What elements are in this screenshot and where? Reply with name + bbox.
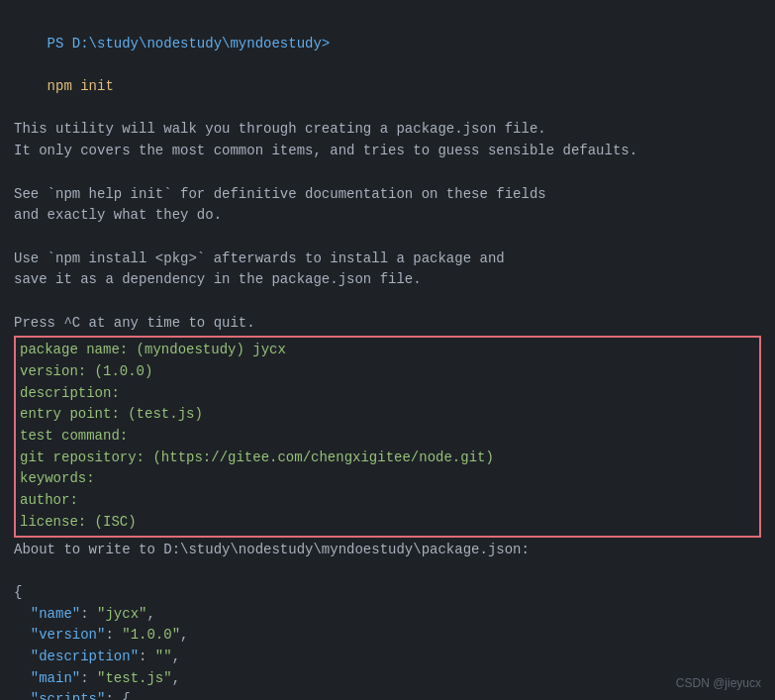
terminal-window: PS D:\study\nodestudy\myndoestudy> npm i… — [0, 0, 775, 700]
input-field-0: package name: (myndoestudy) jycx — [20, 340, 755, 361]
json-line-0: { — [14, 582, 761, 604]
watermark-text: CSDN @jieyucx — [676, 676, 761, 690]
input-fields-box: package name: (myndoestudy) jycx version… — [14, 336, 761, 537]
about-line: About to write to D:\study\nodestudy\myn… — [14, 540, 761, 561]
json-line-3: "description": "", — [14, 647, 761, 668]
blank-line-3 — [14, 291, 761, 313]
see-line: See `npm help init` for definitive docum… — [14, 184, 761, 206]
blank-line-2 — [14, 227, 761, 249]
blank-line-1 — [14, 162, 761, 184]
json-line-2: "version": "1.0.0", — [14, 625, 761, 647]
input-field-8: license: (ISC) — [20, 512, 755, 534]
prompt-line: PS D:\study\nodestudy\myndoestudy> npm i… — [14, 12, 761, 119]
save-line: save it as a dependency in the package.j… — [14, 269, 761, 291]
input-field-1: version: (1.0.0) — [20, 361, 755, 383]
prompt-text: PS D:\study\nodestudy\myndoestudy> — [48, 36, 331, 51]
input-field-4: test command: — [20, 426, 755, 448]
input-field-5: git repository: (https://gitee.com/cheng… — [20, 448, 755, 469]
input-field-7: author: — [20, 490, 755, 512]
use-line: Use `npm install <pkg>` afterwards to in… — [14, 249, 761, 270]
info-line-1: This utility will walk you through creat… — [14, 119, 761, 141]
input-field-3: entry point: (test.js) — [20, 404, 755, 426]
and-line: and exactly what they do. — [14, 205, 761, 227]
command-text: npm init — [48, 78, 114, 94]
json-line-1: "name": "jycx", — [14, 604, 761, 626]
input-field-2: description: — [20, 383, 755, 405]
input-field-6: keywords: — [20, 468, 755, 490]
info-line-2: It only covers the most common items, an… — [14, 141, 761, 162]
press-line: Press ^C at any time to quit. — [14, 313, 761, 335]
json-line-5: "scripts": { — [14, 689, 761, 700]
blank-line-4 — [14, 560, 761, 582]
json-line-4: "main": "test.js", — [14, 668, 761, 690]
